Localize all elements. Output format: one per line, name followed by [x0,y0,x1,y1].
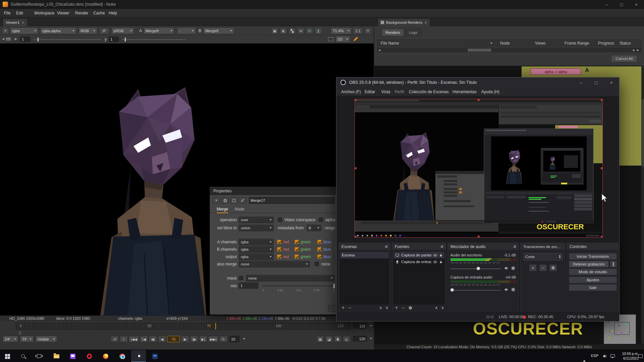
mask-select[interactable]: none [246,275,335,282]
transitions-dock-header[interactable]: Transiciones de esc... [521,243,565,250]
mix-field[interactable]: 1 [239,283,258,289]
operation-select[interactable]: over [239,217,274,223]
obs-preview[interactable]: OSCURECER [355,99,603,238]
mixer-ch1-volume-slider[interactable] [450,268,501,269]
scenes-dock-header[interactable]: Escenas [339,243,390,250]
task-view-button[interactable] [32,350,46,362]
dock-options-icon[interactable] [514,245,516,248]
refresh-render-icon[interactable]: ↻ [306,27,313,34]
add-transition-button[interactable]: + [529,264,537,271]
output-red-checkbox[interactable] [277,254,281,259]
roi-icon[interactable] [328,37,333,41]
viewer-b-input-select[interactable]: Merge9 [203,27,234,34]
remove-scene-button[interactable]: − [348,305,352,310]
twitch-button[interactable] [65,350,80,362]
gain-field[interactable]: 1 [20,37,30,42]
clip-icon[interactable]: ◪ [325,336,333,342]
obs-menu-editar[interactable]: Editar [365,89,375,94]
output-select[interactable]: rgba [239,253,274,260]
menu-viewer[interactable]: Viewer [57,11,69,15]
stop-recording-button[interactable]: Detener grabación [569,261,609,267]
obs-taskbar-button[interactable] [131,350,146,362]
shuffle-node[interactable]: alpha -> alpha [531,68,581,75]
go-to-start-button[interactable]: |◀◀ [129,336,139,342]
logs-subtab[interactable]: Logs [405,29,421,36]
node-name-field[interactable]: Merge17 [249,197,335,204]
output-green-checkbox[interactable] [294,254,299,259]
viewer-a-input-select[interactable]: Merge9 [144,27,174,34]
film-icon[interactable]: ▦ [317,336,324,342]
studio-mode-button[interactable]: Modo de estudio [569,268,617,275]
viewer-process-select[interactable]: sRGB [111,27,134,34]
gain-slider-handle[interactable] [38,38,39,42]
play-backward-button[interactable]: ◀ [158,336,166,342]
sticky-note[interactable]: OSCURECER [473,319,583,339]
timeline-ruler[interactable]: 0 50 100 129 76 [15,322,351,330]
mixer-dock-header[interactable]: Mezclador de audio [448,243,519,250]
viewer-zoom-select[interactable]: 71.4% [331,27,352,34]
source-item-audio[interactable]: Captura de entrad... [393,258,444,265]
scrollbar-thumb[interactable] [642,99,644,166]
wipe-icon[interactable]: ◐ [280,27,287,34]
viewer-ip-toggle[interactable]: IP [99,27,109,34]
gamma-slider[interactable] [122,39,186,40]
language-indicator[interactable]: ESP [591,354,598,358]
file-explorer-button[interactable] [49,350,64,362]
cancel-all-button[interactable]: Cancel All [611,55,637,62]
menu-file[interactable]: File [4,11,10,15]
chevron-down-icon[interactable] [370,325,372,326]
lock-icon[interactable] [439,260,443,264]
speaker-icon[interactable] [504,287,509,292]
sort-icon[interactable] [490,43,492,44]
exit-button[interactable]: Salir [569,284,617,291]
menu-cache[interactable]: Cache [93,11,105,15]
b-blue-checkbox[interactable] [317,247,322,251]
chevron-down-icon[interactable] [370,338,372,339]
sources-dock-header[interactable]: Fuentes [392,243,446,250]
a-red-checkbox[interactable] [277,240,281,244]
dock-options-icon[interactable] [385,245,387,248]
tab-close-icon[interactable]: × [424,21,427,24]
viewer-tab[interactable]: Viewer1 × [3,18,28,26]
viewer-dim-select[interactable]: 2D [335,36,350,43]
eye-icon[interactable] [433,253,437,257]
scrollbar-thumb[interactable] [468,49,491,52]
rows-icon[interactable]: ≡ [297,27,305,34]
playhead[interactable] [215,323,216,329]
mixer-ch1-volume-handle[interactable] [477,267,480,270]
opera-button[interactable] [82,350,97,362]
add-scene-button[interactable]: + [341,305,345,310]
gamma-slider-handle[interactable] [125,38,126,42]
composite-mode-icon[interactable]: ▣ [271,27,278,34]
scroll-left-icon[interactable]: ◀ [632,49,634,52]
pause-render-icon[interactable]: ‖ [315,27,322,34]
lock-icon[interactable] [334,336,341,342]
source-properties-gear-icon[interactable] [408,306,413,310]
chevron-down-icon[interactable] [243,338,245,340]
mix-slider[interactable] [262,286,335,286]
metadata-select[interactable]: B [307,225,321,231]
step-forward-button[interactable]: |▶ [190,336,198,342]
controls-dock-header[interactable]: Controles [567,243,618,250]
viewer-display-select[interactable]: RGB [78,27,97,34]
lock-panel-button[interactable] [239,197,246,204]
scroll-right-icon[interactable]: ▶ [637,49,639,52]
scene-up-button[interactable]: ∧ [379,305,382,310]
node-graph-scrollbar[interactable] [641,66,644,350]
obs-menu-herramientas[interactable]: Herramientas [452,89,477,94]
notification-center-button[interactable] [638,354,643,358]
menu-workspace[interactable]: Workspace [34,11,54,15]
a-green-checkbox[interactable] [294,240,299,244]
checker-icon[interactable]: ▚ [288,27,296,34]
nuke-close-button[interactable]: × [630,0,643,9]
b-red-checkbox[interactable] [277,247,281,251]
float-panel-button[interactable] [230,197,237,204]
bbox-select[interactable]: union [239,225,274,231]
eye-icon[interactable] [433,260,437,264]
renders-h-scrollbar[interactable]: ◀ ◀ ▶ [377,48,641,52]
search-button[interactable] [15,350,30,362]
mixer-ch2-volume-slider[interactable] [450,290,501,291]
firefox-button[interactable] [98,350,113,362]
background-renders-tab[interactable]: Background Renders × [378,18,430,26]
remove-transition-button[interactable]: − [539,264,547,271]
